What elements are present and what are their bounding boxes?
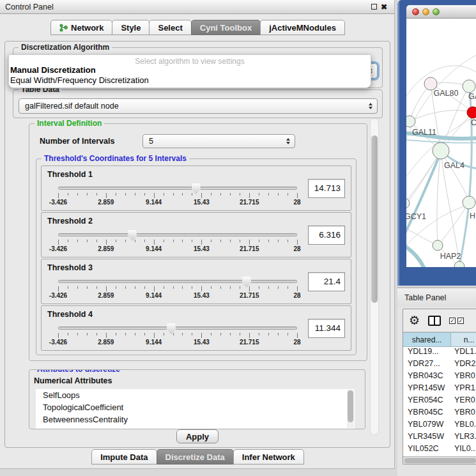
select-columns-icon[interactable]: ✓✓	[449, 318, 464, 324]
thresholds-container: Threshold 1-3.4262.8599.14415.4321.71528…	[41, 165, 351, 352]
tab-select[interactable]: Select	[149, 20, 191, 35]
combobox-arrows-icon	[286, 138, 290, 144]
combobox-arrows-icon	[369, 103, 372, 109]
tab-infer-network[interactable]: Infer Network	[233, 449, 304, 464]
node-label: GA	[468, 92, 476, 101]
threshold-panel-1: Threshold 1-3.4262.8599.14415.4321.71528…	[41, 165, 351, 211]
float-window-icon[interactable]	[369, 3, 379, 12]
algorithm-prompt: Select algorithm to view settings	[9, 55, 371, 65]
GAL11-node[interactable]	[406, 116, 415, 127]
table-horizontal-scrollbar[interactable]	[403, 456, 476, 464]
column-header-name[interactable]: n...	[451, 332, 476, 347]
attributes-group: Attributes to discretize Numerical Attri…	[29, 369, 365, 429]
numerical-attributes-label: Numerical Attributes	[34, 376, 112, 385]
threshold-slider-track[interactable]	[58, 280, 297, 283]
node-label: GAL11	[412, 128, 436, 137]
apply-button[interactable]: Apply	[176, 429, 219, 443]
network-edge[interactable]	[441, 151, 469, 203]
algorithm-dropdown-popup: Select algorithm to view settings Manual…	[8, 54, 371, 88]
node[interactable]	[454, 261, 464, 267]
network-window-titlebar[interactable]	[406, 5, 476, 19]
interval-definition-group: Interval Definition Number of Intervals …	[29, 123, 367, 361]
slider-tick-labels: -3.4262.8599.14415.4321.71528	[58, 199, 297, 206]
tab-impute-data[interactable]: Impute Data	[91, 449, 157, 464]
node-label: HAP2	[440, 252, 461, 261]
slider-ticks	[58, 193, 297, 198]
table-row[interactable]: YBL079WYBL0...	[403, 420, 476, 432]
threshold-value-field[interactable]: 6.316	[308, 226, 345, 245]
network-edge[interactable]	[437, 151, 441, 243]
threshold-panel-2: Threshold 2-3.4262.8599.14415.4321.71528…	[41, 212, 351, 257]
control-panel-window: Control Panel ✖ Network Style Select Cyn…	[0, 0, 395, 469]
slider-tick-labels: -3.4262.8599.14415.4321.71528	[58, 245, 297, 253]
node-label: GAL80	[434, 89, 459, 98]
thresholds-group: Threshold's Coordinates for 5 Intervals …	[36, 158, 357, 355]
table-row[interactable]: YLR345WYLR3...	[403, 432, 476, 444]
network-view-window: GAL80GACGAL11GAL4GCY1HHAP2	[397, 0, 476, 286]
number-of-intervals-combobox[interactable]: 5	[142, 134, 295, 148]
interval-definition-label: Interval Definition	[35, 119, 104, 128]
network-canvas[interactable]: GAL80GACGAL11GAL4GCY1HHAP2	[406, 19, 476, 267]
node-table: shared... n... YDL19...YDL1...YDR27...YD…	[403, 332, 476, 456]
node[interactable]	[463, 196, 475, 209]
GCY1-node[interactable]	[406, 198, 410, 208]
threshold-value-field[interactable]: 14.713	[308, 179, 345, 198]
split-panel-icon[interactable]	[428, 316, 441, 326]
top-tab-bar: Network Style Select Cyni Toolbox jActiv…	[0, 20, 395, 35]
tab-cyni-toolbox[interactable]: Cyni Toolbox	[191, 20, 261, 35]
red-node[interactable]	[467, 107, 476, 118]
table-row[interactable]: YPR145WYPR1...	[403, 383, 476, 395]
network-edge[interactable]	[406, 244, 424, 267]
algorithm-option-equal-width[interactable]: Equal Width/Frequency Discretization	[9, 75, 371, 86]
threshold-value-field[interactable]: 11.344	[308, 319, 345, 338]
panel-title: Control Panel	[5, 3, 369, 12]
table-row[interactable]: YDR27...YDR2...	[403, 359, 476, 371]
attribute-list-item[interactable]: BetweennessCentrality	[36, 413, 355, 426]
content-scrollbar-thumb[interactable]	[371, 135, 378, 303]
table-row[interactable]: YBR043CYBR0...	[403, 371, 476, 383]
content-scrollbar[interactable]	[370, 118, 379, 435]
table-header-row: shared... n...	[403, 332, 476, 347]
attribute-list-item[interactable]: TopologicalCoefficient	[36, 401, 355, 413]
network-edge[interactable]	[406, 152, 441, 240]
attributes-scrollbar[interactable]	[347, 390, 354, 428]
tab-discretize-data[interactable]: Discretize Data	[157, 449, 234, 464]
node[interactable]	[463, 80, 475, 93]
numerical-attributes-list: SelfLoopsTopologicalCoefficientBetweenne…	[36, 389, 355, 429]
GAL4-node[interactable]	[433, 142, 449, 159]
tab-style[interactable]: Style	[112, 20, 150, 35]
cyni-toolbox-content: Discretization Algorithm Select algorith…	[4, 41, 390, 448]
tab-network[interactable]: Network	[50, 20, 112, 35]
threshold-panel-4: Threshold 4-3.4262.8599.14415.4321.71528…	[41, 305, 351, 351]
close-icon[interactable]: ✖	[379, 3, 389, 12]
tab-jactivemnodules[interactable]: jActiveMNodules	[260, 20, 345, 35]
threshold-slider-track[interactable]	[58, 326, 297, 330]
network-icon	[59, 24, 68, 32]
table-row[interactable]: YER054CYER0...	[403, 395, 476, 408]
threshold-label: Threshold 3	[47, 263, 93, 272]
node-label: GAL4	[444, 161, 464, 170]
table-row[interactable]: YIL052CYIL0...	[403, 444, 476, 456]
minimize-traffic-light[interactable]	[422, 8, 429, 15]
slider-ticks	[58, 286, 297, 291]
threshold-panel-3: Threshold 3-3.4262.8599.14415.4321.71528…	[41, 259, 351, 304]
table-row[interactable]: YDL19...YDL1...	[403, 347, 476, 359]
threshold-value-field[interactable]: 21.4	[308, 272, 345, 291]
table-panel: ⚙ ✓✓ shared... n... YDL19...YDL1...YDR27…	[403, 309, 476, 464]
GAL80-node[interactable]	[424, 77, 437, 90]
algorithm-option-manual[interactable]: Manual Discretization	[9, 65, 371, 75]
threshold-slider-track[interactable]	[58, 187, 297, 190]
threshold-slider-track[interactable]	[58, 233, 297, 236]
network-edge[interactable]	[406, 227, 438, 245]
slider-ticks	[58, 333, 297, 338]
table-row[interactable]: YBR045CYBR0...	[403, 408, 476, 420]
gear-icon[interactable]: ⚙	[409, 314, 420, 326]
number-of-intervals-label: Number of Intervals	[40, 137, 114, 146]
attribute-list-item[interactable]: SelfLoops	[36, 389, 355, 401]
column-header-shared[interactable]: shared...	[403, 332, 451, 347]
attributes-group-label: Attributes to discretize	[35, 369, 123, 374]
zoom-traffic-light[interactable]	[433, 8, 440, 15]
HAP2-node[interactable]	[433, 240, 443, 250]
close-traffic-light[interactable]	[412, 8, 419, 15]
table-data-combobox[interactable]: galFiltered.sif default node	[19, 98, 378, 114]
